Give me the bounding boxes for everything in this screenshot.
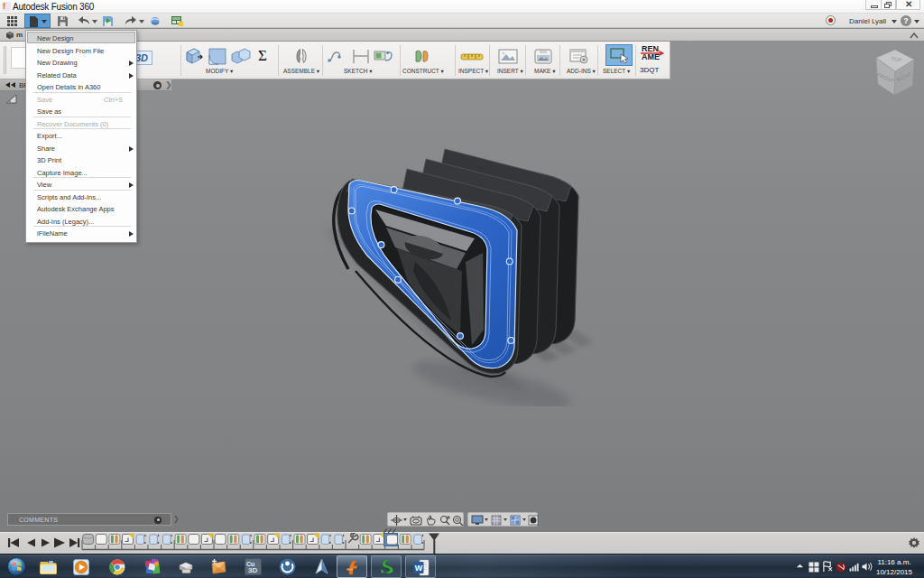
svg-text:W: W: [415, 564, 423, 573]
svg-text:3D: 3D: [248, 566, 257, 574]
